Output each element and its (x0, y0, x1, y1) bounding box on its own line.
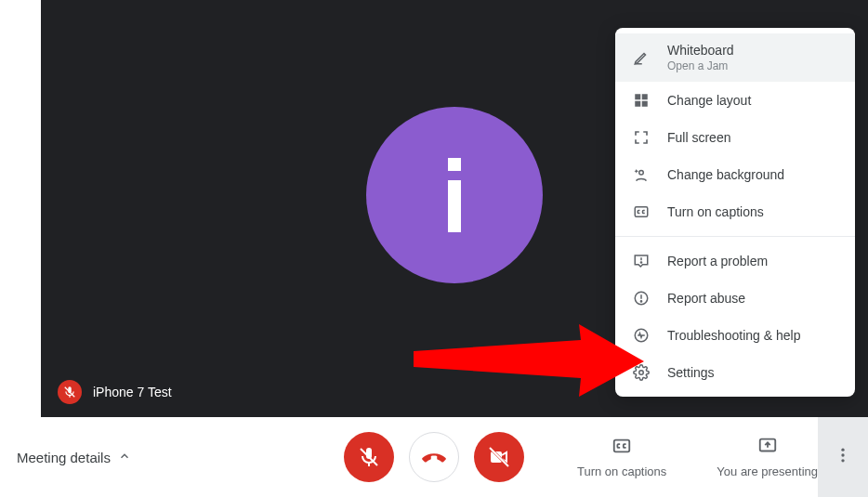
captions-label: Turn on captions (577, 464, 666, 478)
participant-chip: iPhone 7 Test (58, 380, 172, 404)
layout-icon (632, 91, 651, 110)
svg-point-7 (639, 171, 644, 176)
menu-troubleshoot[interactable]: Troubleshooting & help (615, 317, 855, 354)
present-button[interactable]: You are presenting (717, 436, 818, 478)
more-options-menu: Whiteboard Open a Jam Change layout Full… (615, 28, 855, 397)
outer-margin (0, 0, 41, 417)
present-icon (757, 436, 778, 459)
svg-rect-6 (642, 101, 648, 107)
menu-troubleshoot-label: Troubleshooting & help (667, 328, 800, 343)
menu-whiteboard[interactable]: Whiteboard Open a Jam (615, 33, 855, 82)
participant-avatar (366, 107, 543, 283)
camera-off-button[interactable] (474, 432, 524, 482)
menu-settings[interactable]: Settings (615, 354, 855, 391)
svg-point-13 (640, 301, 641, 302)
menu-report-abuse[interactable]: Report abuse (615, 280, 855, 317)
menu-change-background[interactable]: Change background (615, 156, 855, 193)
menu-background-label: Change background (667, 167, 784, 182)
menu-fullscreen[interactable]: Full screen (615, 119, 855, 156)
gear-icon (632, 363, 651, 382)
pencil-icon (632, 48, 651, 67)
captions-icon (632, 203, 651, 221)
sparkle-person-icon (632, 165, 651, 184)
menu-captions-label: Turn on captions (667, 204, 764, 219)
help-pulse-icon (632, 326, 651, 345)
menu-report-abuse-label: Report abuse (667, 291, 745, 306)
fullscreen-icon (632, 128, 651, 147)
captions-icon (612, 436, 632, 459)
menu-whiteboard-sub: Open a Jam (667, 59, 734, 72)
menu-whiteboard-label: Whiteboard (667, 43, 734, 58)
bottom-bar: Meeting details (0, 417, 868, 497)
mute-mic-button[interactable] (344, 432, 394, 482)
svg-rect-8 (635, 207, 648, 217)
svg-rect-3 (635, 94, 640, 99)
svg-point-26 (841, 459, 844, 462)
feedback-icon (632, 252, 651, 270)
menu-divider (615, 236, 855, 237)
more-options-button[interactable] (818, 417, 868, 497)
mic-muted-icon (58, 380, 82, 404)
present-label: You are presenting (717, 464, 818, 478)
menu-fullscreen-label: Full screen (667, 130, 730, 145)
menu-report-problem[interactable]: Report a problem (615, 242, 855, 280)
chevron-up-icon (118, 450, 131, 465)
svg-rect-4 (642, 94, 648, 99)
participant-name: iPhone 7 Test (93, 385, 172, 399)
meeting-details-label: Meeting details (17, 450, 111, 465)
menu-layout-label: Change layout (667, 93, 751, 108)
svg-point-24 (841, 449, 844, 451)
hangup-button[interactable] (409, 432, 459, 482)
menu-turn-on-captions[interactable]: Turn on captions (615, 193, 855, 230)
captions-button[interactable]: Turn on captions (577, 436, 666, 478)
meeting-details-button[interactable]: Meeting details (17, 450, 131, 465)
svg-point-25 (841, 453, 844, 456)
call-controls (344, 432, 524, 482)
svg-point-10 (640, 262, 641, 263)
avatar-letter (448, 158, 461, 232)
svg-rect-22 (614, 440, 630, 452)
menu-settings-label: Settings (667, 365, 715, 380)
more-vertical-icon (834, 446, 852, 468)
svg-rect-5 (635, 101, 640, 107)
menu-change-layout[interactable]: Change layout (615, 82, 855, 119)
svg-point-15 (639, 371, 644, 375)
menu-report-problem-label: Report a problem (667, 254, 768, 268)
alert-circle-icon (632, 289, 651, 307)
